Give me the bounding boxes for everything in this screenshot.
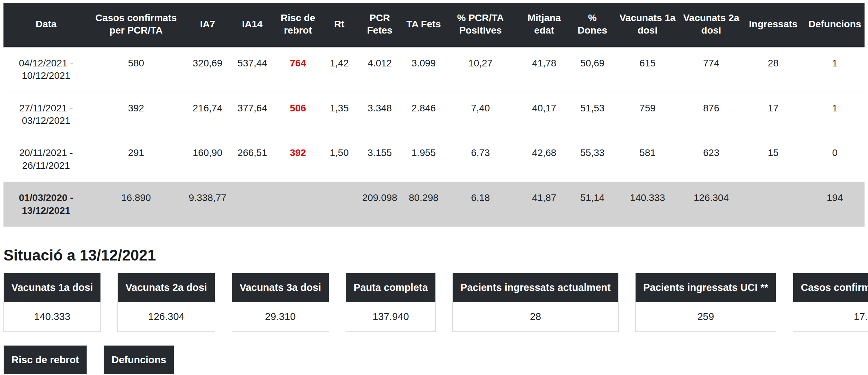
stat-card-risc-de-rebrot: Risc de rebrot 764 xyxy=(3,345,87,375)
cell-pcr-fetes: 3.348 xyxy=(356,92,404,137)
cell-mitjana-edat: 41,78 xyxy=(517,47,571,92)
stat-card-value: 137.940 xyxy=(346,302,435,331)
cell-pcr-ta-positives: 6,18 xyxy=(443,182,517,227)
stat-card-value: 259 xyxy=(636,302,776,331)
cell-dones: 50,69 xyxy=(571,47,614,92)
cell-vacunats-1a: 581 xyxy=(614,137,681,182)
cell-pcr-fetes: 209.098 xyxy=(356,182,404,227)
stat-card-label: Vacunats 2a dosi xyxy=(118,273,214,302)
cell-ia7: 160,90 xyxy=(184,137,232,182)
stat-card-label: Casos confirmats acumulats xyxy=(793,273,868,302)
cell-defuncions: 1 xyxy=(805,92,865,137)
cell-vacunats-1a: 615 xyxy=(614,47,681,92)
cell-dones: 51,14 xyxy=(571,182,614,227)
covid-dashboard: Data Casos confirmats per PCR/TA IA7 IA1… xyxy=(0,0,868,375)
cell-ia7: 320,69 xyxy=(184,47,232,92)
cell-vacunats-2a: 126.304 xyxy=(681,182,741,227)
column-header-vacunats-1a-dosi: Vacunats 1a dosi xyxy=(614,3,681,47)
cell-ia14 xyxy=(232,182,273,227)
cell-rt: 1,50 xyxy=(323,137,355,182)
stat-card-value: 29.310 xyxy=(232,302,329,331)
cell-date: 01/03/2020 - 13/12/2021 xyxy=(3,182,89,227)
cell-pcr-ta-positives: 10,27 xyxy=(443,47,517,92)
cell-ingressats xyxy=(741,182,805,227)
cell-vacunats-1a: 759 xyxy=(614,92,681,137)
column-header-casos-confirmats: Casos confirmats per PCR/TA xyxy=(89,3,183,47)
cell-vacunats-1a: 140.333 xyxy=(614,182,681,227)
stat-card-pacients-ingressats-uci: Pacients ingressats UCI ** 259 xyxy=(635,273,776,332)
cell-ta-fets: 3.099 xyxy=(404,47,443,92)
stat-card-label: Risc de rebrot xyxy=(4,346,87,374)
stat-card-vacunats-1a-dosi: Vacunats 1a dosi 140.333 xyxy=(3,273,101,332)
cell-casos: 392 xyxy=(89,92,183,137)
cell-rt xyxy=(323,182,355,227)
cell-pcr-ta-positives: 7,40 xyxy=(443,92,517,137)
stat-card-vacunats-2a-dosi: Vacunats 2a dosi 126.304 xyxy=(117,273,215,332)
column-header-mitjana-edat: Mitjana edat xyxy=(517,3,571,47)
cell-risc-de-rebrot: 506 xyxy=(273,92,323,137)
stat-card-value: 140.333 xyxy=(4,302,100,331)
stat-cards-row-2: Risc de rebrot 764 Defuncions 194 xyxy=(3,345,865,375)
cell-casos: 291 xyxy=(89,137,183,182)
cell-mitjana-edat: 40,17 xyxy=(517,92,571,137)
table-header-row: Data Casos confirmats per PCR/TA IA7 IA1… xyxy=(3,3,865,47)
stat-card-label: Defuncions xyxy=(104,346,174,374)
cell-vacunats-2a: 623 xyxy=(681,137,741,182)
weekly-stats-table: Data Casos confirmats per PCR/TA IA7 IA1… xyxy=(3,3,865,227)
cell-ingressats: 15 xyxy=(741,137,805,182)
stat-card-label: Pauta completa xyxy=(346,273,435,302)
cell-mitjana-edat: 42,68 xyxy=(517,137,571,182)
cell-ia14: 537,44 xyxy=(232,47,273,92)
cell-ta-fets: 1.955 xyxy=(404,137,443,182)
cell-casos: 16.890 xyxy=(89,182,183,227)
column-header-ia14: IA14 xyxy=(232,3,273,47)
cell-risc-de-rebrot: 764 xyxy=(273,47,323,92)
cell-casos: 580 xyxy=(89,47,183,92)
cell-vacunats-2a: 774 xyxy=(681,47,741,92)
stat-card-value: 17.459 xyxy=(793,302,868,331)
cell-defuncions: 0 xyxy=(805,137,865,182)
table-totals-row: 01/03/2020 - 13/12/2021 16.890 9.338,77 … xyxy=(3,182,865,227)
cell-risc-de-rebrot xyxy=(273,182,323,227)
stat-card-label: Vacunats 1a dosi xyxy=(4,273,100,302)
stat-card-label: Pacients ingressats actualment xyxy=(453,273,618,302)
cell-date: 04/12/2021 - 10/12/2021 xyxy=(3,47,89,92)
table-row: 04/12/2021 - 10/12/2021 580 320,69 537,4… xyxy=(3,47,865,92)
stat-card-label: Pacients ingressats UCI ** xyxy=(636,273,776,302)
cell-rt: 1,42 xyxy=(323,47,355,92)
cell-pcr-ta-positives: 6,73 xyxy=(443,137,517,182)
column-header-rt: Rt xyxy=(323,3,355,47)
stat-card-pauta-completa: Pauta completa 137.940 xyxy=(346,273,436,332)
stat-card-label: Vacunats 3a dosi xyxy=(232,273,329,302)
stat-card-defuncions: Defuncions 194 xyxy=(104,345,174,375)
column-header-pcr-ta-positives: % PCR/TA Positives xyxy=(443,3,517,47)
cell-ia14: 266,51 xyxy=(232,137,273,182)
cell-mitjana-edat: 41,87 xyxy=(517,182,571,227)
stat-card-value: 126.304 xyxy=(118,302,214,331)
column-header-vacunats-2a-dosi: Vacunats 2a dosi xyxy=(681,3,741,47)
cell-ingressats: 28 xyxy=(741,47,805,92)
cell-date: 20/11/2021 - 26/11/2021 xyxy=(3,137,89,182)
cell-defuncions: 1 xyxy=(805,47,865,92)
cell-ingressats: 17 xyxy=(741,92,805,137)
cell-ia7: 216,74 xyxy=(184,92,232,137)
column-header-dones: % Dones xyxy=(571,3,614,47)
cell-rt: 1,35 xyxy=(323,92,355,137)
column-header-ia7: IA7 xyxy=(184,3,232,47)
stat-card-value: 28 xyxy=(453,302,618,331)
cell-ta-fets: 2.846 xyxy=(404,92,443,137)
column-header-ta-fets: TA Fets xyxy=(404,3,443,47)
table-row: 20/11/2021 - 26/11/2021 291 160,90 266,5… xyxy=(3,137,865,182)
table-header: Data Casos confirmats per PCR/TA IA7 IA1… xyxy=(3,3,865,47)
cell-ta-fets: 80.298 xyxy=(404,182,443,227)
column-header-defuncions: Defuncions xyxy=(805,3,865,47)
cell-pcr-fetes: 4.012 xyxy=(356,47,404,92)
cell-pcr-fetes: 3.155 xyxy=(356,137,404,182)
cell-risc-de-rebrot: 392 xyxy=(273,137,323,182)
situation-title: Situació a 13/12/2021 xyxy=(3,247,865,264)
cell-dones: 55,33 xyxy=(571,137,614,182)
stat-cards-row-1: Vacunats 1a dosi 140.333 Vacunats 2a dos… xyxy=(3,273,865,332)
column-header-ingressats: Ingressats xyxy=(741,3,805,47)
column-header-data: Data xyxy=(3,3,89,47)
cell-ia14: 377,64 xyxy=(232,92,273,137)
